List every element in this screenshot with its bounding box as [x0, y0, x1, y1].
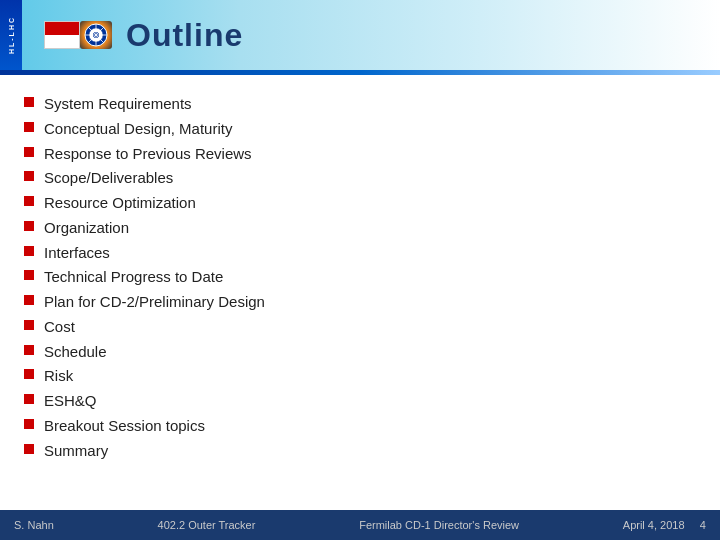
list-item: ESH&Q: [24, 390, 696, 412]
footer-page: 4: [700, 519, 706, 531]
list-item-label: Conceptual Design, Maturity: [44, 118, 232, 140]
footer-event: Fermilab CD-1 Director's Review: [359, 519, 519, 531]
list-item-label: Plan for CD-2/Preliminary Design: [44, 291, 265, 313]
hllhc-logo-white: [45, 35, 79, 48]
footer-author: S. Nahn: [14, 519, 54, 531]
list-item-label: Risk: [44, 365, 73, 387]
list-item: System Requirements: [24, 93, 696, 115]
hllhc-logo-red: [45, 22, 79, 35]
list-item-label: Schedule: [44, 341, 107, 363]
bullet-icon: [24, 270, 34, 280]
list-item: Resource Optimization: [24, 192, 696, 214]
bullet-icon: [24, 196, 34, 206]
bullet-icon: [24, 394, 34, 404]
list-item: Organization: [24, 217, 696, 239]
list-item-label: Response to Previous Reviews: [44, 143, 252, 165]
main-content: System RequirementsConceptual Design, Ma…: [0, 75, 720, 476]
hllhc-logo: [44, 21, 80, 49]
list-item: Conceptual Design, Maturity: [24, 118, 696, 140]
list-item-label: System Requirements: [44, 93, 192, 115]
bullet-icon: [24, 122, 34, 132]
list-item: Technical Progress to Date: [24, 266, 696, 288]
list-item-label: Breakout Session topics: [44, 415, 205, 437]
footer-date: April 4, 2018: [623, 519, 685, 531]
bullet-icon: [24, 419, 34, 429]
list-item: Schedule: [24, 341, 696, 363]
list-item-label: ESH&Q: [44, 390, 97, 412]
bullet-icon: [24, 171, 34, 181]
outline-list: System RequirementsConceptual Design, Ma…: [24, 93, 696, 461]
list-item-label: Resource Optimization: [44, 192, 196, 214]
bullet-icon: [24, 444, 34, 454]
bullet-icon: [24, 320, 34, 330]
footer-bar: S. Nahn 402.2 Outer Tracker Fermilab CD-…: [0, 510, 720, 540]
list-item-label: Summary: [44, 440, 108, 462]
bullet-icon: [24, 147, 34, 157]
bullet-icon: [24, 97, 34, 107]
bullet-icon: [24, 345, 34, 355]
header: HL-LHC Outline: [0, 0, 720, 70]
cms-logo: [80, 21, 112, 49]
bullet-icon: [24, 221, 34, 231]
footer-topic: 402.2 Outer Tracker: [158, 519, 256, 531]
list-item: Scope/Deliverables: [24, 167, 696, 189]
list-item: Cost: [24, 316, 696, 338]
bullet-icon: [24, 246, 34, 256]
list-item-label: Organization: [44, 217, 129, 239]
list-item-label: Cost: [44, 316, 75, 338]
list-item: Breakout Session topics: [24, 415, 696, 437]
list-item: Risk: [24, 365, 696, 387]
list-item: Interfaces: [24, 242, 696, 264]
bullet-icon: [24, 295, 34, 305]
list-item-label: Scope/Deliverables: [44, 167, 173, 189]
list-item: Plan for CD-2/Preliminary Design: [24, 291, 696, 313]
hllhc-vertical-label: HL-LHC: [0, 0, 22, 70]
list-item: Summary: [24, 440, 696, 462]
footer-date-page: April 4, 2018 4: [623, 519, 706, 531]
hllhc-text: HL-LHC: [8, 16, 15, 54]
page-title: Outline: [126, 17, 243, 54]
logos-area: [44, 21, 112, 49]
bullet-icon: [24, 369, 34, 379]
list-item: Response to Previous Reviews: [24, 143, 696, 165]
list-item-label: Interfaces: [44, 242, 110, 264]
list-item-label: Technical Progress to Date: [44, 266, 223, 288]
